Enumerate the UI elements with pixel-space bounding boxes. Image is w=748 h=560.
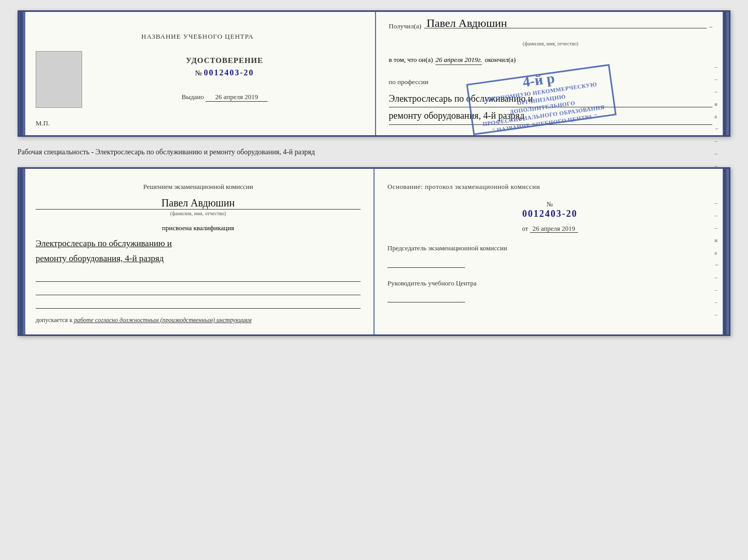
bottom-document-book: Решением экзаменационной комиссии Павел … [18, 167, 730, 335]
signature-lines [36, 271, 361, 309]
bottom-right-side-marks: – – – и а ← – – – – [714, 200, 720, 317]
bottom-spine-right [723, 169, 729, 334]
bottom-right-content: Основание: протокол экзаменационной коми… [387, 182, 712, 302]
issued-date: 26 апреля 2019 [206, 93, 268, 102]
doc-number: 0012403-20 [387, 209, 712, 219]
from-date-row: от 26 апреля 2019 [387, 225, 712, 233]
profession-section: по профессии Электрослесарь по обслужива… [389, 78, 713, 125]
sign-line-2 [36, 285, 361, 295]
profession-line2: ремонту оборудования, 4-й разряд [389, 107, 713, 124]
number-label: № [547, 200, 553, 208]
from-date-value: 26 апреля 2019 [530, 225, 578, 233]
right-side-marks: – – – и а ← – – – [714, 63, 720, 169]
book-spine-left [19, 12, 25, 135]
bottom-name-handwritten: Павел Авдюшин [36, 197, 361, 210]
profession-label: по профессии [389, 78, 713, 86]
received-label: Получил(а) [389, 22, 422, 30]
left-header: НАЗВАНИЕ УЧЕБНОГО ЦЕНТРА [36, 33, 360, 41]
mp-label: М.П. [36, 119, 50, 127]
chairman-label: Председатель экзаменационной комиссии [387, 243, 712, 253]
doc-number-row: № 0012403-20 [387, 200, 712, 219]
vtom-label: в том, что он(а) [389, 56, 433, 64]
from-label: от [522, 225, 528, 232]
received-line: Получил(а) Павел Авдюшин – [389, 22, 713, 30]
profession-line1: Электрослесарь по обслуживанию и [389, 90, 713, 107]
sign-line-1 [36, 271, 361, 282]
bottom-left-page: Решением экзаменационной комиссии Павел … [25, 169, 375, 334]
vtom-date: 26 апреля 2019г. [435, 56, 482, 65]
bottom-name-sublabel: (фамилия, имя, отчество) [36, 211, 361, 216]
qualification-section: присвоена квалификация Электрослесарь по… [36, 224, 361, 266]
director-label: Руководитель учебного Центра [387, 278, 712, 289]
допускается-hand: работе согласно должностным (производств… [74, 316, 252, 324]
bottom-spine-left [19, 169, 25, 334]
chairman-sign-line [387, 258, 465, 268]
qual-line2: ремонту оборудования, 4-й разряд [36, 251, 361, 266]
name-sublabel: (фамилия, имя, отчество) [389, 41, 713, 46]
bottom-name-block: Павел Авдюшин (фамилия, имя, отчество) [36, 197, 361, 216]
director-section: Руководитель учебного Центра [387, 278, 712, 303]
director-sign-line [387, 292, 465, 302]
допускается-section: допускается к работе согласно должностны… [36, 316, 361, 324]
chairman-section: Председатель экзаменационной комиссии [387, 243, 712, 268]
top-document-book: НАЗВАНИЕ УЧЕБНОГО ЦЕНТРА УДОСТОВЕРЕНИЕ №… [18, 10, 730, 137]
cert-number: 0012403-20 [204, 68, 254, 77]
osnov-title: Основание: протокол экзаменационной коми… [387, 182, 712, 193]
cert-number-row: № 0012403-20 [90, 68, 360, 77]
finished-label: окончил(а) [485, 56, 516, 64]
sign-line-3 [36, 298, 361, 309]
book-left-page: НАЗВАНИЕ УЧЕБНОГО ЦЕНТРА УДОСТОВЕРЕНИЕ №… [25, 12, 376, 135]
book-spine-right [723, 12, 729, 135]
issued-label: Выдано [182, 93, 204, 101]
cert-middle-section: УДОСТОВЕРЕНИЕ № 0012403-20 Выдано 26 апр… [36, 51, 360, 108]
separator-content: Рабочая специальность - Электрослесарь п… [18, 148, 315, 156]
cert-number-label: № [195, 69, 202, 77]
cert-title: УДОСТОВЕРЕНИЕ [90, 56, 360, 65]
separator-text: Рабочая специальность - Электрослесарь п… [18, 145, 730, 159]
допускается-label: допускается к [36, 316, 72, 324]
book-right-page: Получил(а) Павел Авдюшин – (фамилия, имя… [376, 12, 723, 135]
cert-issued: Выдано 26 апреля 2019 [90, 93, 360, 102]
vtom-row: в том, что он(а) 26 апреля 2019г. окончи… [389, 56, 713, 65]
photo-placeholder [36, 51, 82, 108]
cert-info-block: УДОСТОВЕРЕНИЕ № 0012403-20 Выдано 26 апр… [90, 51, 360, 102]
vtom-section: в том, что он(а) 26 апреля 2019г. окончи… [389, 56, 713, 65]
assigned-label: присвоена квалификация [36, 224, 361, 232]
decision-text: Решением экзаменационной комиссии [36, 182, 361, 192]
recipient-name: Павел Авдюшин [427, 17, 507, 30]
qual-line1: Электрослесарь по обслуживанию и [36, 236, 361, 251]
bottom-right-page: Основание: протокол экзаменационной коми… [375, 169, 723, 334]
